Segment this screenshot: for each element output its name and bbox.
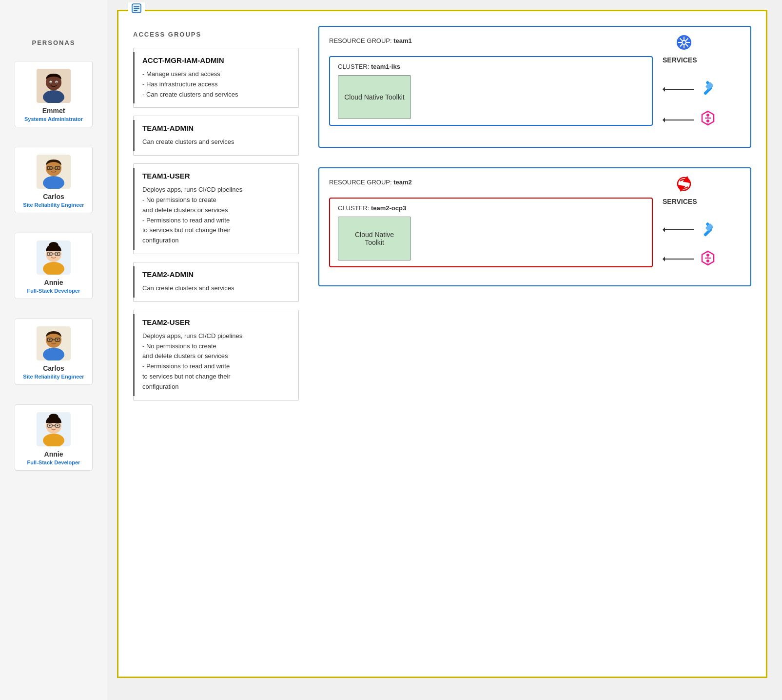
avatar-carlos1: [37, 155, 71, 189]
outer-box: ACCESS GROUPS ACCT-MGR-IAM-ADMIN - Manag…: [117, 10, 767, 678]
service-row-2-team1: [663, 109, 741, 130]
card-acct-mgr-iam-admin: ACCT-MGR-IAM-ADMIN - Manage users and ac…: [133, 48, 299, 108]
card-body-1: Can create clusters and services: [142, 137, 290, 147]
card-body-2: Deploys apps, runs CI/CD pipelines - No …: [142, 185, 290, 246]
service-row-1-team1: [663, 79, 741, 100]
persona-role-annie2: Full-Stack Developer: [27, 460, 80, 465]
card-body-3: Can create clusters and services: [142, 283, 290, 294]
card-team2-user: TEAM2-USER Deploys apps, runs CI/CD pipe…: [133, 310, 299, 400]
persona-card-annie1: Annie Full-Stack Developer: [15, 233, 93, 299]
card-title-4: TEAM2-USER: [142, 318, 290, 326]
svg-point-22: [49, 253, 51, 255]
avatar-annie2: [37, 412, 71, 446]
persona-card-carlos2: Carlos Site Reliability Engineer: [15, 319, 93, 385]
svg-point-18: [49, 242, 59, 249]
personas-title: PERSONAS: [0, 39, 107, 46]
k8s-icon: [676, 35, 692, 52]
avatar-carlos2: [37, 326, 71, 360]
persona-card-emmet: Emmet Systems Administrator: [15, 61, 93, 127]
toolkit-box-team1: Cloud Native Toolkit: [338, 75, 411, 119]
persona-name-carlos1: Carlos: [43, 193, 64, 200]
persona-card-carlos1: Carlos Site Reliability Engineer: [15, 147, 93, 213]
access-groups-column: ACCESS GROUPS ACCT-MGR-IAM-ADMIN - Manag…: [133, 26, 299, 408]
svg-rect-44: [134, 10, 137, 11]
persona-name-annie1: Annie: [44, 279, 63, 286]
card-body-0: - Manage users and access - Has infrastr…: [142, 69, 290, 100]
service-arrow-1-team1: [663, 84, 697, 94]
avatar-emmet: [37, 69, 71, 103]
openshift-icon: [676, 176, 692, 194]
svg-point-51: [683, 41, 685, 44]
cluster-header-team2: CLUSTER: team2-ocp3: [338, 204, 644, 212]
services-team1: SERVICES: [663, 56, 741, 139]
svg-point-30: [49, 339, 51, 340]
persona-card-annie2: Annie Full-Stack Developer: [15, 404, 93, 471]
card-title-1: TEAM1-ADMIN: [142, 124, 290, 132]
svg-rect-43: [134, 8, 139, 9]
resource-group-team1: RESOURCE GROUP: team1: [318, 26, 751, 148]
card-title-3: TEAM2-ADMIN: [142, 270, 290, 279]
card-team2-admin: TEAM2-ADMIN Can create clusters and serv…: [133, 262, 299, 302]
persona-name-annie2: Annie: [44, 450, 63, 458]
services-team2: SERVICES: [663, 198, 741, 278]
service-row-2-team2: [663, 249, 741, 269]
service-arrow-2-team1: [663, 115, 697, 125]
persona-role-carlos2: Site Reliability Engineer: [23, 374, 84, 380]
svg-point-6: [56, 81, 57, 82]
services-title-team1: SERVICES: [663, 56, 697, 64]
services-title-team2: SERVICES: [663, 198, 697, 205]
svg-point-14: [57, 167, 59, 169]
resource-group-team2: RESOURCE GROUP: team2: [318, 167, 751, 286]
svg-point-13: [49, 167, 51, 169]
access-groups-title: ACCESS GROUPS: [133, 31, 299, 38]
persona-name-emmet: Emmet: [42, 107, 65, 115]
persona-role-annie1: Full-Stack Developer: [27, 288, 80, 294]
svg-rect-42: [134, 6, 139, 7]
svg-marker-53: [663, 87, 665, 92]
cluster-header-team1: CLUSTER: team1-iks: [338, 63, 644, 70]
service-icon-1-team2: [699, 220, 717, 240]
svg-point-5: [50, 81, 51, 82]
card-body-4: Deploys apps, runs CI/CD pipelines - No …: [142, 331, 290, 392]
card-title-0: ACCT-MGR-IAM-ADMIN: [142, 56, 290, 64]
card-title-2: TEAM1-USER: [142, 172, 290, 180]
persona-role-carlos1: Site Reliability Engineer: [23, 202, 84, 208]
rg-header-team2: RESOURCE GROUP: team2: [329, 179, 412, 186]
card-team1-admin: TEAM1-ADMIN Can create clusters and serv…: [133, 116, 299, 156]
rg-header-team1: RESOURCE GROUP: team1: [329, 37, 412, 44]
service-row-1-team2: [663, 220, 741, 240]
avatar-annie1: [37, 240, 71, 275]
resource-groups-column: RESOURCE GROUP: team1: [318, 26, 751, 408]
service-icon-1-team1: [699, 79, 717, 100]
persona-role-emmet: Systems Administrator: [24, 116, 83, 122]
service-icon-2-team2: [699, 249, 717, 269]
svg-point-31: [57, 339, 59, 340]
persona-name-carlos2: Carlos: [43, 364, 64, 372]
svg-point-40: [57, 425, 59, 426]
svg-marker-58: [663, 118, 665, 122]
main-panel: ACCESS GROUPS ACCT-MGR-IAM-ADMIN - Manag…: [107, 0, 782, 700]
service-arrow-1-team2: [663, 225, 697, 235]
top-icon: [128, 2, 145, 17]
svg-point-35: [49, 414, 59, 420]
svg-marker-71: [663, 257, 665, 261]
svg-marker-66: [663, 227, 665, 232]
svg-point-23: [57, 253, 59, 255]
service-arrow-2-team2: [663, 254, 697, 264]
service-icon-2-team1: [699, 109, 717, 130]
personas-panel: PERSONAS Emmet Systems Admin: [0, 0, 107, 700]
svg-point-39: [49, 425, 51, 426]
card-team1-user: TEAM1-USER Deploys apps, runs CI/CD pipe…: [133, 163, 299, 254]
toolkit-box-team2: Cloud NativeToolkit: [338, 217, 411, 260]
